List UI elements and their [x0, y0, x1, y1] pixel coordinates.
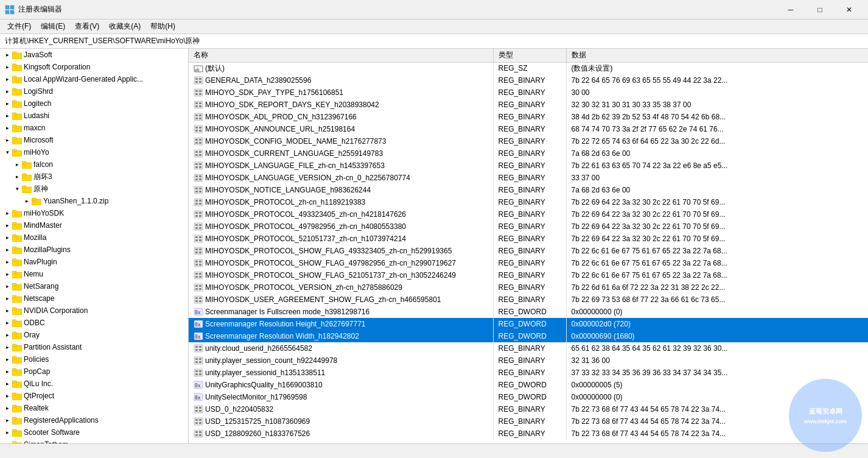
expand-icon[interactable]: ▸	[2, 233, 12, 242]
expand-icon[interactable]: ▸	[2, 111, 12, 121]
expand-icon[interactable]: ▸	[2, 86, 12, 96]
table-row[interactable]: unity.player_session_count_h922449978REG…	[189, 354, 868, 367]
expand-icon[interactable]: ▸	[2, 342, 12, 352]
expand-icon[interactable]: ▸	[2, 354, 12, 364]
expand-icon[interactable]: ▸	[2, 379, 12, 389]
table-row[interactable]: unity.player_sessionid_h1351338511REG_BI…	[189, 367, 868, 379]
tree-item-javasoft[interactable]: ▸ JavaSoft	[0, 49, 188, 61]
table-row[interactable]: GENERAL_DATA_h2389025596REG_BINARY7b 22 …	[189, 74, 868, 86]
table-row[interactable]: MIHOYO_SDK_PAY_TYPE_h1756106851REG_BINAR…	[189, 86, 868, 99]
maximize-button[interactable]: □	[806, 0, 834, 19]
tree-item-mihoyosdk[interactable]: ▸ miHoYoSDK	[0, 207, 188, 219]
tree-item-mozillaplugins[interactable]: ▸ MozillaPlugins	[0, 244, 188, 256]
expand-icon[interactable]: ▸	[12, 172, 22, 181]
expand-icon[interactable]: ▸	[2, 367, 12, 376]
expand-icon[interactable]: ▸	[12, 160, 22, 169]
table-row[interactable]: 0x Screenmanager Resolution Width_h18294…	[189, 330, 868, 342]
close-button[interactable]: ✕	[835, 0, 863, 19]
expand-icon[interactable]: ▸	[2, 220, 12, 230]
expand-icon[interactable]: ▸	[2, 208, 12, 218]
tree-item-kingsoft[interactable]: ▸ Kingsoft Corporation	[0, 61, 188, 73]
expand-icon[interactable]: ▸	[2, 391, 12, 401]
tree-item-navplugin[interactable]: ▸ NavPlugin	[0, 256, 188, 268]
tree-item-qilu[interactable]: ▸ QiLu Inc.	[0, 378, 188, 390]
expand-icon[interactable]: ▾	[12, 184, 22, 194]
table-row[interactable]: MIHOYOSDK_PROTOCOL_497982956_zh-cn_h4080…	[189, 220, 868, 233]
table-row[interactable]: USD_125315725_h1087360969REG_BINARY7b 22…	[189, 415, 868, 428]
registry-scroll[interactable]: 名称 类型 数据 ab (默认)REG_SZ(数值未设置) GENERAL_DA…	[189, 49, 868, 443]
table-row[interactable]: MIHOYOSDK_ADL_PROD_CN_h3123967166REG_BIN…	[189, 111, 868, 123]
tree-item-logitech[interactable]: ▸ Logitech	[0, 97, 188, 110]
menu-edit[interactable]: 编辑(E)	[36, 20, 70, 33]
table-row[interactable]: MIHOYOSDK_ANNOUNCE_URL_h25198164REG_BINA…	[189, 123, 868, 135]
tree-item-odbc[interactable]: ▸ ODBC	[0, 317, 188, 329]
tree-item-yuanshen[interactable]: ▸ YuanShen_1.1.0.zip	[0, 195, 188, 207]
tree-item-oray[interactable]: ▸ Oray	[0, 329, 188, 341]
col-name-header[interactable]: 名称	[189, 49, 493, 62]
expand-icon[interactable]: ▸	[2, 269, 12, 279]
tree-item-ludashi[interactable]: ▸ Ludashi	[0, 110, 188, 122]
tree-item-popcap[interactable]: ▸ PopCap	[0, 365, 188, 378]
table-row[interactable]: MIHOYOSDK_PROTOCOL_VERSION_zh-cn_h278588…	[189, 281, 868, 294]
expand-icon[interactable]: ▸	[2, 403, 12, 413]
tree-item-maxcn[interactable]: ▸ maxcn	[0, 122, 188, 134]
expand-icon[interactable]: ▾	[2, 147, 12, 157]
tree-item-logishrd[interactable]: ▸ LogiShrd	[0, 85, 188, 97]
table-row[interactable]: USD_0_h220405832REG_BINARY7b 22 73 68 6f…	[189, 403, 868, 415]
expand-icon[interactable]: ▸	[2, 306, 12, 315]
table-row[interactable]: unity.cloud_userid_h2665564582REG_BINARY…	[189, 342, 868, 354]
table-row[interactable]: MIHOYOSDK_PROTOCOL_zh-cn_h1189219383REG_…	[189, 196, 868, 208]
table-row[interactable]: MIHOYOSDK_USER_AGREEMENT_SHOW_FLAG_zh-cn…	[189, 294, 868, 306]
menu-help[interactable]: 帮助(H)	[145, 20, 180, 33]
table-row[interactable]: MIHOYOSDK_PROTOCOL_SHOW_FLAG_497982956_z…	[189, 257, 868, 269]
tree-item-scooter[interactable]: ▸ Scooter Software	[0, 426, 188, 439]
table-row[interactable]: MIHOYOSDK_CURRENT_LANGUAGE_h2559149783RE…	[189, 147, 868, 160]
tree-item-mindmaster[interactable]: ▸ MindMaster	[0, 219, 188, 231]
table-row[interactable]: MIHOYOSDK_LANGUAGE_FILE_zh-cn_h145339765…	[189, 160, 868, 172]
table-row[interactable]: MIHOYOSDK_PROTOCOL_SHOW_FLAG_493323405_z…	[189, 245, 868, 257]
tree-item-netscape[interactable]: ▸ Netscape	[0, 292, 188, 305]
tree-item-registeredapps[interactable]: ▸ RegisteredApplications	[0, 414, 188, 426]
tree-item-partition[interactable]: ▸ Partition Assistant	[0, 341, 188, 353]
tree-item-policies[interactable]: ▸ Policies	[0, 353, 188, 365]
col-data-header[interactable]: 数据	[566, 49, 868, 62]
expand-icon[interactable]: ▸	[2, 74, 12, 84]
table-row[interactable]: MIHOYO_SDK_REPORT_DAYS_KEY_h2038938042RE…	[189, 99, 868, 111]
expand-icon[interactable]: ▸	[2, 415, 12, 425]
tree-item-falcon[interactable]: ▸ falcon	[0, 158, 188, 171]
table-row[interactable]: MIHOYOSDK_PROTOCOL_493323405_zh-cn_h4218…	[189, 208, 868, 220]
expand-icon[interactable]: ▸	[2, 99, 12, 108]
tree-item-simontatham[interactable]: ▸ SimonTatham	[0, 439, 188, 443]
table-row[interactable]: MIHOYOSDK_NOTICE_LANGUAGE_h983626244REG_…	[189, 184, 868, 196]
menu-view[interactable]: 查看(V)	[70, 20, 104, 33]
expand-icon[interactable]: ▸	[2, 123, 12, 133]
minimize-button[interactable]: ─	[777, 0, 805, 19]
menu-favorites[interactable]: 收藏夹(A)	[104, 20, 145, 33]
tree-item-realtek[interactable]: ▸ Realtek	[0, 402, 188, 414]
expand-icon[interactable]: ▸	[2, 257, 12, 267]
tree-item-mozilla[interactable]: ▸ Mozilla	[0, 231, 188, 244]
tree-item-netsarang[interactable]: ▸ NetSarang	[0, 280, 188, 292]
expand-icon[interactable]: ▸	[2, 62, 12, 72]
tree-item-qtproject[interactable]: ▸ QtProject	[0, 390, 188, 402]
tree-item-localapp[interactable]: ▸ Local AppWizard-Generated Applic...	[0, 73, 188, 85]
tree-item-崩坏3[interactable]: ▸ 崩坏3	[0, 171, 188, 183]
table-row[interactable]: MIHOYOSDK_LANGUAGE_VERSION_zh-cn_0_h2256…	[189, 172, 868, 184]
table-row[interactable]: MIHOYOSDK_CONFIG_MODEL_NAME_h2176277873R…	[189, 135, 868, 147]
tree-item-mihovo[interactable]: ▾ miHoYo	[0, 146, 188, 158]
table-row[interactable]: MIHOYOSDK_PROTOCOL_SHOW_FLAG_521051737_z…	[189, 269, 868, 281]
table-row[interactable]: 0x Screenmanager Is Fullscreen mode_h398…	[189, 306, 868, 318]
table-row[interactable]: ab (默认)REG_SZ(数值未设置)	[189, 62, 868, 74]
expand-icon[interactable]: ▸	[2, 330, 12, 340]
tree-item-microsoft[interactable]: ▸ Microsoft	[0, 134, 188, 146]
table-row[interactable]: USD_128809260_h1833767526REG_BINARY7b 22…	[189, 428, 868, 440]
expand-icon[interactable]: ▸	[2, 281, 12, 291]
expand-icon[interactable]: ▸	[2, 440, 12, 443]
tree-item-nvidia[interactable]: ▸ NVIDIA Corporation	[0, 305, 188, 317]
table-row[interactable]: 0x UnitySelectMonitor_h17969598REG_DWORD…	[189, 391, 868, 403]
table-row[interactable]: 0x UnityGraphicsQuality_h1669003810REG_D…	[189, 379, 868, 391]
tree-item-nemu[interactable]: ▸ Nemu	[0, 268, 188, 280]
expand-icon[interactable]: ▸	[2, 428, 12, 437]
table-row[interactable]: MIHOYOSDK_PROTOCOL_521051737_zh-cn_h1073…	[189, 233, 868, 245]
expand-icon[interactable]: ▸	[2, 245, 12, 255]
